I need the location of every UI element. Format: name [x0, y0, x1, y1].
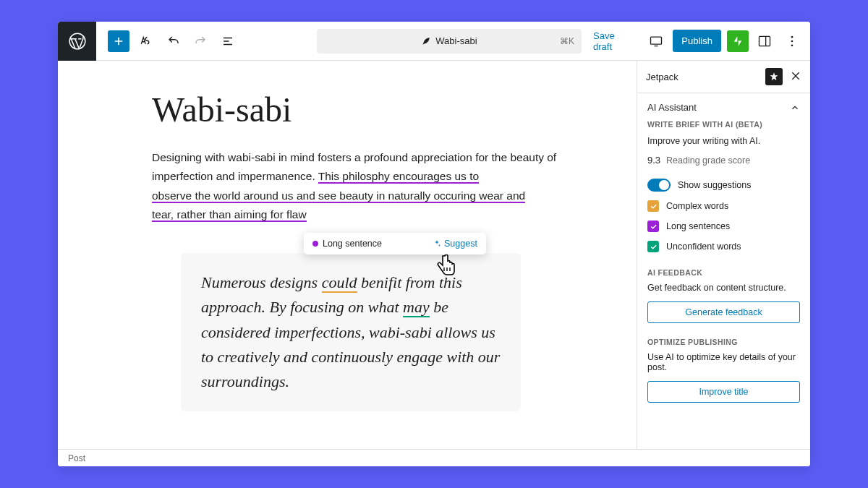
editor-canvas[interactable]: Wabi-sabi Designing with wabi-sabi in mi…: [58, 61, 637, 449]
paragraph-block[interactable]: Designing with wabi-sabi in mind fosters…: [152, 148, 557, 224]
document-outline-icon[interactable]: [217, 30, 239, 52]
ai-feedback-desc: Get feedback on content structure.: [647, 283, 800, 293]
document-title-pill[interactable]: Wabi-sabi ⌘K: [317, 29, 582, 53]
optimize-publishing-desc: Use AI to optimize key details of your p…: [647, 352, 800, 372]
ai-feedback-heading: AI FEEDBACK: [647, 267, 800, 283]
reading-score-value: 9.3: [647, 155, 660, 166]
jetpack-icon[interactable]: [727, 30, 749, 52]
reading-score-row: 9.3 Reading grade score: [637, 152, 810, 174]
checkbox-label: Long sentences: [666, 221, 730, 231]
star-icon[interactable]: [765, 68, 783, 85]
complex-word-underline: could: [322, 273, 357, 293]
preview-icon[interactable]: [646, 30, 668, 52]
long-sentences-checkbox[interactable]: [647, 221, 659, 232]
unconfident-word-underline: may: [403, 298, 430, 317]
sidebar-toggle-icon[interactable]: [754, 30, 776, 52]
generate-feedback-button[interactable]: Generate feedback: [647, 301, 800, 323]
checkbox-label: Unconfident words: [666, 241, 741, 252]
sparkle-icon: [433, 239, 441, 248]
long-sentence-underline: tear, rather than aiming for flaw: [152, 208, 307, 222]
suggestion-type: Long sentence: [312, 239, 382, 249]
quote-block[interactable]: Numerous designs could benifit from this…: [181, 253, 521, 411]
suggest-button[interactable]: Suggest: [433, 239, 477, 249]
feather-icon: [421, 36, 431, 46]
suggestion-popover: Long sentence Suggest: [304, 233, 486, 254]
svg-point-5: [791, 40, 793, 42]
suggest-label: Suggest: [444, 239, 477, 249]
post-title[interactable]: Wabi-sabi: [152, 90, 557, 129]
improve-title-button[interactable]: Improve title: [647, 381, 800, 403]
publish-button[interactable]: Publish: [673, 30, 721, 52]
long-sentence-underline: observe the world around us and see beau…: [152, 189, 525, 203]
checkbox-label: Complex words: [666, 201, 728, 211]
section-label: AI Assistant: [647, 102, 697, 113]
long-sentences-row: Long sentences: [637, 216, 810, 236]
keyboard-shortcut: ⌘K: [560, 36, 574, 46]
write-brief-heading: WRITE BRIEF WITH AI (BETA): [637, 119, 810, 134]
undo-icon[interactable]: [163, 30, 184, 52]
complex-words-row: Complex words: [637, 196, 810, 216]
save-draft-link[interactable]: Save draft: [593, 30, 636, 52]
unconfident-words-checkbox[interactable]: [647, 241, 659, 252]
edit-mode-icon[interactable]: [135, 30, 157, 52]
svg-rect-3: [760, 36, 770, 46]
panel-title: Jetpack: [646, 72, 678, 82]
main-area: Wabi-sabi Designing with wabi-sabi in mi…: [58, 61, 810, 449]
chevron-up-icon: [790, 103, 800, 113]
add-block-button[interactable]: [108, 30, 129, 52]
svg-point-2: [732, 35, 744, 47]
write-brief-desc: Improve your writing with AI.: [637, 134, 810, 152]
optimize-publishing-heading: OPTIMIZE PUBLISHING: [647, 336, 800, 352]
reading-score-label: Reading grade score: [666, 155, 750, 166]
suggestion-label: Long sentence: [323, 239, 382, 249]
more-options-icon[interactable]: [781, 30, 803, 52]
settings-sidebar: Jetpack AI Assistant WRITE BRIEF WITH AI…: [637, 61, 810, 449]
svg-point-4: [791, 35, 793, 38]
svg-point-6: [791, 44, 793, 46]
toggle-label: Show suggestions: [678, 180, 751, 190]
show-suggestions-row: Show suggestions: [637, 174, 810, 196]
sidebar-header: Jetpack: [637, 61, 810, 93]
close-icon[interactable]: [790, 70, 801, 84]
top-toolbar: Wabi-sabi ⌘K Save draft Publish: [58, 22, 810, 61]
document-title: Wabi-sabi: [435, 35, 477, 46]
dot-icon: [312, 241, 318, 247]
long-sentence-underline: This philosphy encourages us to: [318, 170, 479, 184]
complex-words-checkbox[interactable]: [647, 200, 659, 212]
show-suggestions-toggle[interactable]: [647, 179, 671, 192]
breadcrumb[interactable]: Post: [68, 453, 85, 463]
redo-icon[interactable]: [190, 30, 212, 52]
editor-footer: Post: [58, 449, 810, 466]
quote-text: Numerous designs: [201, 273, 322, 291]
unconfident-words-row: Unconfident words: [637, 236, 810, 257]
ai-assistant-section-header[interactable]: AI Assistant: [637, 93, 810, 119]
editor-window: Wabi-sabi ⌘K Save draft Publish Wabi-sab…: [58, 22, 810, 466]
wordpress-logo[interactable]: [58, 22, 96, 61]
svg-rect-1: [651, 37, 662, 44]
